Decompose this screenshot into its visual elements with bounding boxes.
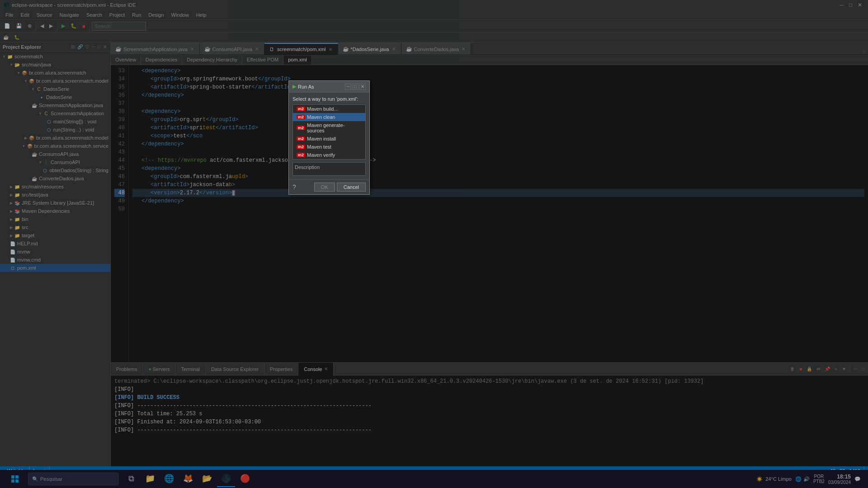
dialog-item-label: Maven install [307, 136, 336, 141]
m2-badge: m2 [297, 145, 305, 149]
dialog-select-label: Select a way to run 'pom.xml': [292, 96, 366, 102]
run-icon: ▶ [292, 84, 296, 89]
dialog-body: Select a way to run 'pom.xml': m2 Maven … [289, 93, 369, 179]
dialog-maximize-btn[interactable]: □ [352, 84, 359, 90]
dialog-help-icon[interactable]: ? [292, 183, 296, 191]
dialog-item-label: Maven generate-sources [307, 122, 362, 133]
dialog-item-clean[interactable]: m2 Maven clean [293, 113, 365, 121]
dialog-item-label: Maven test [307, 144, 331, 150]
dialog-title-text: Run As [298, 84, 314, 89]
run-as-dialog: ▶ Run As ─ □ ✕ Select a way to run 'pom.… [288, 80, 370, 195]
dialog-title-area: ▶ Run As [292, 84, 314, 89]
dialog-minimize-btn[interactable]: ─ [345, 84, 351, 90]
dialog-item-label: Maven verify [307, 152, 335, 158]
dialog-footer: ? OK Cancel [289, 179, 369, 194]
m2-badge: m2 [297, 107, 305, 111]
m2-badge: m2 [297, 115, 305, 119]
dialog-controls: ─ □ ✕ [345, 84, 366, 90]
dialog-overlay: ▶ Run As ─ □ ✕ Select a way to run 'pom.… [0, 0, 868, 488]
dialog-list: m2 Maven build... m2 Maven clean m2 Mave… [292, 104, 366, 160]
dialog-description-area: Description [292, 162, 366, 176]
dialog-item-verify[interactable]: m2 Maven verify [293, 151, 365, 159]
dialog-close-btn[interactable]: ✕ [359, 84, 366, 90]
dialog-ok-btn[interactable]: OK [314, 183, 335, 192]
m2-badge: m2 [297, 136, 305, 141]
dialog-item-build[interactable]: m2 Maven build... [293, 105, 365, 113]
m2-badge: m2 [297, 153, 305, 157]
dialog-item-test[interactable]: m2 Maven test [293, 143, 365, 151]
dialog-desc-label: Description [295, 164, 320, 170]
dialog-titlebar: ▶ Run As ─ □ ✕ [289, 81, 369, 93]
m2-badge: m2 [297, 126, 305, 130]
dialog-item-label: Maven clean [307, 114, 335, 120]
dialog-cancel-btn[interactable]: Cancel [337, 183, 366, 192]
dialog-item-generate-sources[interactable]: m2 Maven generate-sources [293, 121, 365, 135]
dialog-item-label: Maven build... [307, 106, 338, 112]
dialog-item-install[interactable]: m2 Maven install [293, 135, 365, 143]
